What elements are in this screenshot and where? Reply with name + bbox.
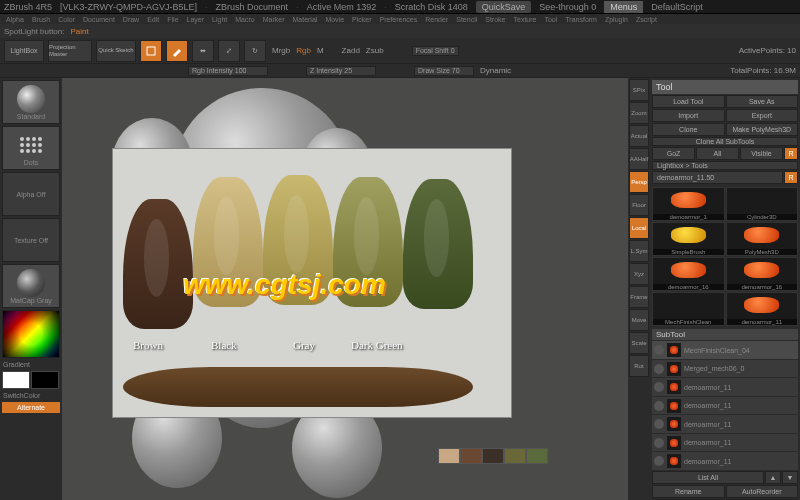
menu-item[interactable]: Texture: [511, 16, 538, 23]
eye-icon[interactable]: [654, 438, 664, 448]
rotate-button[interactable]: ↻: [244, 40, 266, 62]
aahalf-button[interactable]: AAHalf: [629, 148, 649, 170]
brush-selector[interactable]: Standard: [2, 80, 60, 124]
z-intensity-slider[interactable]: Z Intensity 25: [306, 66, 376, 76]
xyz-button[interactable]: Xyz: [629, 263, 649, 285]
menu-item[interactable]: Material: [290, 16, 319, 23]
menu-item[interactable]: Color: [56, 16, 77, 23]
tool-thumb[interactable]: demoarmor_1: [652, 187, 725, 221]
goz-all-button[interactable]: All: [696, 147, 739, 160]
menu-item[interactable]: Brush: [30, 16, 52, 23]
dynamic-toggle[interactable]: Dynamic: [480, 66, 511, 75]
subtool-item[interactable]: demoarmor_11: [652, 397, 798, 415]
actual-button[interactable]: Actual: [629, 125, 649, 147]
seethrough-slider[interactable]: See-through 0: [539, 2, 596, 12]
quicksave-button[interactable]: QuickSave: [476, 1, 532, 13]
eye-icon[interactable]: [654, 401, 664, 411]
eye-icon[interactable]: [654, 419, 664, 429]
menu-item[interactable]: Preferences: [378, 16, 420, 23]
tool-thumb[interactable]: demoarmor_11: [726, 292, 799, 326]
menu-item[interactable]: Light: [210, 16, 229, 23]
spotlight-mode[interactable]: Paint: [71, 27, 89, 36]
color-swatches[interactable]: [2, 371, 60, 389]
palette-swatch[interactable]: [438, 448, 460, 464]
menu-item[interactable]: Alpha: [4, 16, 26, 23]
eye-icon[interactable]: [654, 345, 664, 355]
list-all-button[interactable]: List All: [652, 471, 764, 484]
menu-item[interactable]: Zscript: [634, 16, 659, 23]
material-selector[interactable]: MatCap Gray: [2, 264, 60, 308]
menu-item[interactable]: Layer: [185, 16, 207, 23]
floor-button[interactable]: Floor: [629, 194, 649, 216]
menu-item[interactable]: Edit: [145, 16, 161, 23]
move-view-button[interactable]: Move: [629, 309, 649, 331]
subtool-item[interactable]: MechFinishClean_04: [652, 341, 798, 359]
menus-toggle[interactable]: Menus: [604, 1, 643, 13]
subtool-item[interactable]: demoarmor_11: [652, 434, 798, 452]
tool-panel-title[interactable]: Tool: [652, 80, 798, 94]
subtool-item[interactable]: demoarmor_11: [652, 452, 798, 470]
menu-item[interactable]: Transform: [563, 16, 599, 23]
menu-item[interactable]: Marker: [261, 16, 287, 23]
autoreorder-button[interactable]: AutoReorder: [726, 485, 799, 498]
menu-item[interactable]: Picker: [350, 16, 373, 23]
rotate-view-button[interactable]: Rot: [629, 355, 649, 377]
r-button-2[interactable]: R: [784, 171, 798, 184]
palette-swatch[interactable]: [526, 448, 548, 464]
palette-swatch[interactable]: [504, 448, 526, 464]
persp-button[interactable]: Persp: [629, 171, 649, 193]
lightbox-tools-button[interactable]: Lightbox > Tools: [652, 161, 798, 170]
tool-thumb[interactable]: MechFinishClean: [652, 292, 725, 326]
switchcolor-button[interactable]: SwitchColor: [2, 391, 60, 400]
lightbox-button[interactable]: LightBox: [4, 40, 44, 62]
tool-thumb[interactable]: demoarmor_16: [726, 257, 799, 291]
texture-selector[interactable]: Texture Off: [2, 218, 60, 262]
stroke-selector[interactable]: Dots: [2, 126, 60, 170]
export-button[interactable]: Export: [726, 109, 799, 122]
color-picker[interactable]: [2, 310, 60, 358]
palette-swatch[interactable]: [482, 448, 504, 464]
tool-thumb[interactable]: Cylinder3D: [726, 187, 799, 221]
arrow-up-icon[interactable]: ▲: [765, 471, 781, 484]
scale-button[interactable]: ⤢: [218, 40, 240, 62]
alpha-selector[interactable]: Alpha Off: [2, 172, 60, 216]
move-button[interactable]: ⬌: [192, 40, 214, 62]
main-color[interactable]: [2, 371, 30, 389]
rgb-toggle[interactable]: Rgb: [296, 46, 311, 55]
frame-button[interactable]: Frame: [629, 286, 649, 308]
secondary-color[interactable]: [31, 371, 59, 389]
eye-icon[interactable]: [654, 382, 664, 392]
tool-thumb[interactable]: SimpleBrush: [652, 222, 725, 256]
spotlight-image[interactable]: Brown Black Gray Dark Green www.cgtsj.co…: [112, 148, 512, 418]
make-polymesh-button[interactable]: Make PolyMesh3D: [726, 123, 799, 136]
lsym-button[interactable]: L.Sym: [629, 240, 649, 262]
spix-button[interactable]: SPix: [629, 79, 649, 101]
menu-item[interactable]: Draw: [121, 16, 141, 23]
menu-item[interactable]: Stroke: [483, 16, 507, 23]
edit-mode-button[interactable]: [140, 40, 162, 62]
canvas-viewport[interactable]: Brown Black Gray Dark Green www.cgtsj.co…: [62, 78, 628, 500]
goz-button[interactable]: GoZ: [652, 147, 695, 160]
menu-item[interactable]: Tool: [542, 16, 559, 23]
eye-icon[interactable]: [654, 364, 664, 374]
load-tool-button[interactable]: Load Tool: [652, 95, 725, 108]
import-button[interactable]: Import: [652, 109, 725, 122]
draw-size-slider[interactable]: Draw Size 70: [414, 66, 474, 76]
arrow-down-icon[interactable]: ▼: [782, 471, 798, 484]
focal-shift-slider[interactable]: Focal Shift 0: [412, 46, 459, 56]
subtool-item[interactable]: demoarmor_11: [652, 415, 798, 433]
menu-item[interactable]: File: [165, 16, 180, 23]
palette-swatch[interactable]: [460, 448, 482, 464]
menu-item[interactable]: Document: [81, 16, 117, 23]
zsub-toggle[interactable]: Zsub: [366, 46, 384, 55]
menu-item[interactable]: Stencil: [454, 16, 479, 23]
zadd-toggle[interactable]: Zadd: [342, 46, 360, 55]
menu-item[interactable]: Render: [423, 16, 450, 23]
draw-mode-button[interactable]: [166, 40, 188, 62]
rename-button[interactable]: Rename: [652, 485, 725, 498]
goz-visible-button[interactable]: Visible: [740, 147, 783, 160]
tool-thumb[interactable]: demoarmor_16: [652, 257, 725, 291]
menu-item[interactable]: Macro: [233, 16, 256, 23]
subtool-item[interactable]: Merged_mech06_0: [652, 360, 798, 378]
m-toggle[interactable]: M: [317, 46, 324, 55]
